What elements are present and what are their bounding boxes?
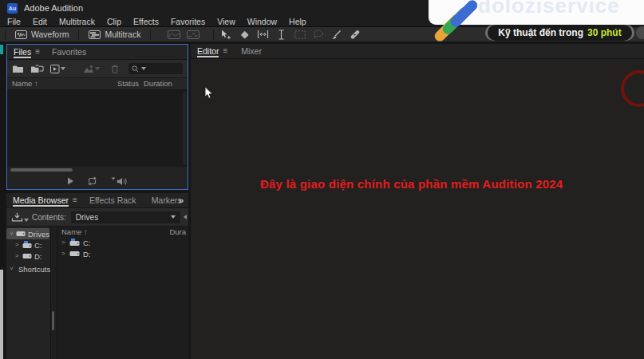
import-files-icon[interactable] — [30, 65, 44, 73]
loop-playback-button[interactable] — [87, 176, 97, 186]
media-contents-row: Contents: Drives — [6, 208, 188, 227]
files-panel-tabbar: Files ≡ Favorites — [7, 45, 188, 60]
tab-overflow-icon[interactable]: » — [179, 195, 184, 205]
menu-favorites[interactable]: Favorites — [171, 17, 205, 26]
dropdown-chevron-icon — [171, 215, 176, 219]
tree-item-drives[interactable]: > Drives — [6, 228, 49, 239]
new-media-caret-icon — [61, 67, 65, 70]
media-list: Name ↑ Dura > C: > D: — [57, 227, 188, 359]
tab-files[interactable]: Files — [14, 45, 31, 59]
tab-favorites[interactable]: Favorites — [52, 45, 86, 59]
spectral-pitch-display-icon[interactable] — [187, 30, 200, 39]
menu-effects[interactable]: Effects — [133, 17, 159, 26]
tree-item-shortcuts[interactable]: > Shortcuts — [6, 263, 50, 274]
contents-dropdown[interactable]: Drives — [71, 211, 180, 223]
media-panel-tabbar: Media Browser ≡ Effects Rack Markers » — [6, 193, 188, 208]
trash-icon[interactable] — [111, 65, 119, 73]
countdown-badge-inner: Kỹ thuật đến trong 30 phút — [488, 25, 632, 41]
column-duration[interactable]: Duration — [144, 79, 172, 88]
tree-scrollbar-thumb[interactable] — [52, 311, 54, 330]
paintbrush-tool-icon[interactable] — [330, 29, 343, 41]
menu-help[interactable]: Help — [289, 17, 306, 26]
files-panel: Files ≡ Favorites Name ↑ Status Dura — [6, 44, 188, 190]
panel-menu-icon[interactable]: ≡ — [223, 47, 227, 55]
annotation-text: Đây là giao diện chính của phần mềm Audi… — [260, 177, 563, 191]
multitrack-icon — [89, 30, 101, 39]
speaker-caret-icon — [112, 177, 116, 180]
annotation-circle — [621, 70, 644, 107]
autoplay-speaker-button[interactable] — [110, 177, 128, 186]
twisty-collapsed-icon: > — [61, 239, 66, 246]
play-button[interactable] — [67, 177, 74, 185]
panel-menu-icon[interactable]: ≡ — [35, 48, 40, 56]
media-list-header: Name ↑ Dura — [57, 227, 188, 237]
slip-tool-icon[interactable] — [256, 29, 270, 41]
marquee-selection-tool-icon[interactable] — [293, 29, 306, 41]
multitrack-label: Multitrack — [105, 30, 140, 39]
column-status[interactable]: Status — [117, 79, 139, 88]
tree-item-drive-d[interactable]: > D: — [6, 251, 50, 262]
editor-panel: Editor ≡ Mixer Đây là giao diện chính củ… — [191, 44, 644, 359]
sort-asc-icon: ↑ — [84, 227, 88, 236]
tab-mixer[interactable]: Mixer — [241, 44, 262, 58]
editor-empty-area[interactable]: Đây là giao diện chính của phần mềm Audi… — [191, 59, 644, 359]
multitrack-mode-button[interactable]: Multitrack — [85, 29, 144, 41]
insert-caret-icon — [95, 67, 100, 70]
media-browser-panel: Media Browser ≡ Effects Rack Markers » C… — [6, 193, 188, 359]
toolbar-separator — [78, 30, 79, 40]
waveform-label: Waveform — [31, 30, 69, 39]
menu-window[interactable]: Window — [247, 17, 277, 26]
media-tree: > Drives > C: > D: > Shortcuts — [6, 227, 50, 359]
files-vertical-scrollbar[interactable] — [183, 92, 187, 165]
editor-panel-tabbar: Editor ≡ Mixer — [191, 44, 644, 59]
spectral-frequency-display-icon[interactable] — [168, 30, 180, 39]
badge-text: Kỹ thuật đến trong — [498, 27, 583, 38]
toolbar-separator — [213, 30, 214, 40]
tab-media-browser[interactable]: Media Browser — [13, 193, 69, 207]
media-browser-body: > Drives > C: > D: > Shortcuts — [6, 227, 188, 359]
column-name[interactable]: Name ↑ — [61, 227, 88, 236]
files-horizontal-scrollbar[interactable] — [7, 167, 188, 173]
twisty-collapsed-icon: > — [61, 251, 66, 257]
tree-list-divider[interactable] — [50, 227, 57, 359]
menu-clip[interactable]: Clip — [107, 17, 121, 26]
panel-scroll-left-icon[interactable] — [184, 215, 187, 219]
menu-edit[interactable]: Edit — [33, 17, 47, 26]
column-name[interactable]: Name ↑ — [12, 79, 38, 88]
search-input[interactable] — [128, 63, 183, 74]
tab-editor[interactable]: Editor — [197, 44, 219, 58]
waveform-mode-button[interactable]: Waveform — [11, 29, 73, 41]
twisty-collapsed-icon: > — [15, 253, 20, 259]
badge-edge-blob — [636, 26, 644, 39]
contents-label: Contents: — [32, 213, 66, 222]
move-tool-icon[interactable] — [219, 29, 233, 41]
tab-markers[interactable]: Markers — [152, 193, 182, 207]
new-media-icon[interactable] — [50, 65, 65, 73]
media-row-drive-d[interactable]: > D: — [57, 248, 188, 259]
scrollbar-thumb[interactable] — [10, 168, 73, 172]
files-list[interactable] — [7, 90, 188, 167]
menu-view[interactable]: View — [217, 17, 235, 26]
menu-multitrack[interactable]: Multitrack — [59, 17, 95, 26]
spot-healing-brush-tool-icon[interactable] — [348, 29, 362, 41]
column-duration[interactable]: Dura — [169, 227, 186, 236]
tree-item-drive-c[interactable]: > C: — [6, 239, 50, 251]
lasso-selection-tool-icon[interactable] — [311, 29, 325, 41]
media-row-drive-c[interactable]: > C: — [57, 237, 188, 248]
insert-into-multitrack-icon[interactable] — [83, 65, 100, 73]
mouse-cursor — [204, 86, 214, 100]
edge-artifact-teal — [0, 45, 3, 54]
waveform-icon — [15, 30, 27, 39]
import-media-icon[interactable] — [11, 212, 29, 222]
menu-file[interactable]: File — [7, 17, 21, 26]
files-preview-transport — [7, 173, 188, 189]
panel-menu-icon[interactable]: ≡ — [73, 196, 77, 204]
toolbar-separator — [5, 30, 6, 40]
open-file-icon[interactable] — [12, 65, 24, 73]
time-selection-tool-icon[interactable] — [275, 29, 288, 41]
window-title: Adobe Audition — [24, 3, 83, 13]
razor-tool-icon[interactable] — [238, 29, 251, 41]
badge-highlight: 30 phút — [587, 27, 622, 38]
countdown-badge: Kỹ thuật đến trong 30 phút — [485, 25, 634, 41]
tab-effects-rack[interactable]: Effects Rack — [89, 193, 136, 207]
